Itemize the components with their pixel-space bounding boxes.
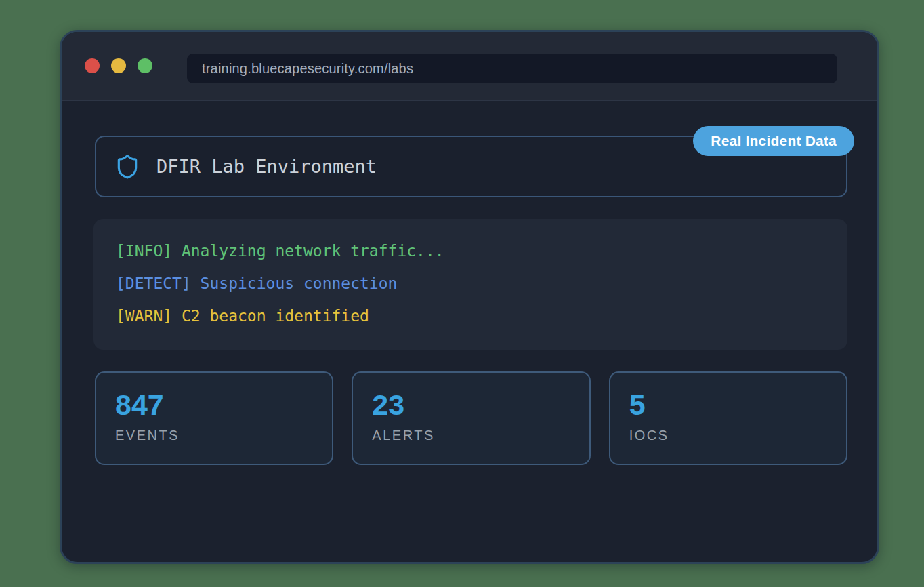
maximize-button[interactable] [138, 58, 152, 73]
stat-card-events: 847 EVENTS [95, 371, 333, 465]
page-title: DFIR Lab Environment [156, 156, 377, 177]
real-incident-data-badge: Real Incident Data [693, 126, 854, 156]
browser-titlebar: training.bluecapesecurity.com/labs [62, 32, 877, 101]
shield-icon [114, 153, 140, 181]
close-button[interactable] [85, 58, 100, 73]
stats-row: 847 EVENTS 23 ALERTS 5 IOCS [95, 371, 847, 465]
stat-card-iocs: 5 IOCS [609, 371, 847, 465]
log-line-detect: [DETECT] Suspicious connection [116, 267, 847, 300]
traffic-lights [85, 58, 152, 73]
minimize-button[interactable] [111, 58, 126, 73]
iocs-label: IOCS [629, 428, 846, 443]
log-line-info: [INFO] Analyzing network traffic... [116, 235, 847, 267]
badge-label: Real Incident Data [711, 133, 837, 149]
alerts-count: 23 [372, 390, 589, 420]
page-background: training.bluecapesecurity.com/labs Real … [0, 0, 924, 587]
log-line-warn: [WARN] C2 beacon identified [116, 300, 847, 332]
events-count: 847 [115, 390, 332, 420]
iocs-count: 5 [629, 390, 846, 420]
events-label: EVENTS [115, 428, 332, 443]
terminal-log-panel: [INFO] Analyzing network traffic... [DET… [93, 219, 847, 350]
address-bar[interactable]: training.bluecapesecurity.com/labs [187, 54, 837, 83]
page-content: Real Incident Data DFIR Lab Environment … [62, 102, 877, 562]
stat-card-alerts: 23 ALERTS [352, 371, 590, 465]
browser-window: training.bluecapesecurity.com/labs Real … [60, 30, 879, 564]
address-bar-url: training.bluecapesecurity.com/labs [202, 61, 413, 77]
alerts-label: ALERTS [372, 428, 589, 443]
